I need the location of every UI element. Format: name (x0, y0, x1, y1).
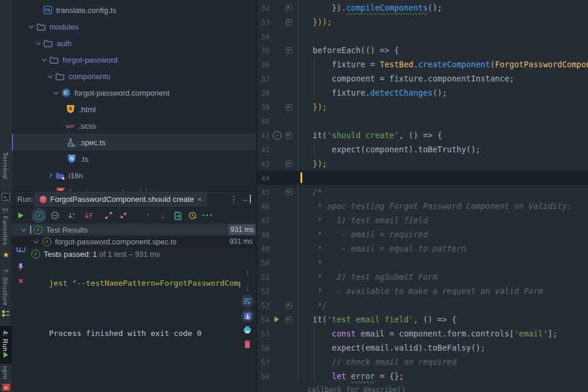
code-line-40[interactable]: 40 (257, 114, 588, 128)
more-options-icon[interactable]: ··· (201, 209, 214, 222)
close-panel-icon[interactable]: × (14, 275, 27, 288)
project-tree-item-auth[interactable]: auth (12, 35, 256, 51)
fold-marker-icon[interactable] (286, 104, 292, 110)
code-line-32[interactable]: 32 }).compileComponents(); (257, 1, 588, 15)
project-tree-item-forgot-password[interactable]: forgot-password (12, 51, 256, 68)
code-line-50[interactable]: 50 * (257, 256, 588, 270)
chevron-down-icon[interactable] (41, 57, 47, 63)
chevron-right-icon[interactable] (47, 172, 53, 178)
test-results-root-row[interactable]: ✓ Test Results 931 ms (12, 224, 256, 236)
code-line-34[interactable]: 34 (257, 29, 588, 43)
print-icon[interactable] (241, 323, 254, 336)
previous-failed-test-icon[interactable]: ↑ (142, 209, 155, 222)
project-tree-item-translate-config-ts[interactable]: TStranslate.config.ts (12, 2, 256, 18)
fold-marker-icon[interactable] (286, 316, 292, 323)
code-line-54[interactable]: 54 it('test email field', () => { (257, 312, 588, 326)
down-stacktrace-icon[interactable]: ↓ (241, 281, 254, 294)
chevron-down-icon[interactable] (28, 24, 34, 30)
next-failed-test-icon[interactable]: ↓ (156, 209, 169, 222)
tool-window-button-structure[interactable]: 7: Structure (2, 269, 9, 306)
project-tree-item--spec-ts[interactable]: TS.spec.ts (12, 134, 256, 151)
show-passed-toggle[interactable]: ✓ (32, 209, 45, 222)
project-tree-item-components[interactable]: components (12, 68, 256, 84)
code-line-48[interactable]: 48 * - email = required (257, 227, 588, 241)
code-line-38[interactable]: 38 fixture.detectChanges(); (257, 86, 588, 100)
show-ignored-toggle[interactable] (48, 209, 61, 222)
pin-tab-icon[interactable] (14, 260, 27, 273)
code-line-35[interactable]: 35 beforeEach(() => { (257, 43, 588, 57)
up-stacktrace-icon[interactable]: ↑ (241, 266, 254, 279)
npm-icon[interactable]: n (2, 383, 10, 391)
sort-alphabetically-icon[interactable]: az (66, 209, 79, 222)
code-line-44[interactable]: 44 (257, 171, 588, 185)
tool-window-stripe: Terminal>_2: Favorites★7: Structure4: Ru… (0, 0, 12, 392)
code-line-57[interactable]: 57 // check email on required (257, 355, 588, 369)
kebab-menu-icon[interactable]: ⋮ (230, 194, 238, 204)
project-tree-item-forgot-password-component[interactable]: Cforgot-password.component (12, 84, 256, 101)
chevron-down-icon[interactable] (53, 90, 59, 96)
code-line-41[interactable]: 41✓ it('should create', () => { (257, 128, 588, 142)
fold-marker-icon[interactable] (286, 47, 292, 54)
import-test-results-icon[interactable] (171, 209, 184, 222)
sort-by-duration-icon[interactable] (82, 209, 95, 222)
test-passed-gutter-icon[interactable]: ✓ (273, 131, 282, 140)
tool-window-button-favorites[interactable]: 2: Favorites (2, 208, 9, 245)
code-line-45[interactable]: 45 /* (257, 185, 588, 199)
clear-console-icon[interactable] (241, 338, 254, 351)
code-line-47[interactable]: 47 * 1) test email field (257, 213, 588, 227)
code-line-53[interactable]: 53 */ (257, 298, 588, 312)
favorites-icon[interactable]: ★ (2, 250, 10, 259)
project-tree-item--scss[interactable]: Sass.scss (12, 117, 256, 134)
code-line-42[interactable]: 42 expect(component).toBeTruthy(); (257, 142, 588, 156)
code-line-58[interactable]: 58 let error = {}; (257, 369, 588, 383)
project-tree-item--ts[interactable]: A.ts (12, 151, 256, 167)
project-tree-item-forgot-password-module-ts[interactable]: Aforgot-password.module.ts (12, 184, 256, 191)
code-line-39[interactable]: 39 }); (257, 100, 588, 114)
hide-panel-icon[interactable]: ← (242, 195, 251, 203)
run-tab[interactable]: ForgotPasswordComponent.should create × (34, 191, 207, 207)
code-line-52[interactable]: 52 * - available to make a request on va… (257, 284, 588, 298)
project-tree-item-modules[interactable]: modules (12, 18, 256, 35)
code-line-49[interactable]: 49 * - email = equal to pattern (257, 241, 588, 256)
chevron-down-icon[interactable] (35, 40, 41, 46)
fold-marker-icon[interactable] (286, 189, 292, 195)
project-tree-panel[interactable]: TStranslate.config.tsmodulesauthforgot-p… (12, 0, 256, 191)
tool-window-button-run[interactable]: 4: Run (2, 331, 9, 351)
run-console[interactable]: jest "--testNamePattern=ForgotPasswordCo… (49, 260, 240, 357)
tool-window-button-npm[interactable]: npm (2, 366, 9, 380)
terminal-icon[interactable]: >_ (2, 192, 10, 201)
fold-marker-icon[interactable] (286, 19, 292, 25)
code-line-36[interactable]: 36 fixture = TestBed.createComponent(For… (257, 57, 588, 71)
chevron-down-icon[interactable] (47, 73, 53, 79)
fold-marker-icon[interactable] (286, 132, 292, 139)
code-line-37[interactable]: 37 component = fixture.componentInstance… (257, 71, 588, 86)
code-line-43[interactable]: 43 }); (257, 156, 588, 171)
code-line-55[interactable]: 55 const email = component.form.controls… (257, 326, 588, 341)
run-test-gutter-icon[interactable] (275, 316, 279, 322)
scroll-to-end-icon[interactable] (241, 309, 254, 322)
html-icon: 5 (66, 104, 76, 114)
expand-all-icon[interactable] (102, 209, 115, 222)
test-history-icon[interactable] (187, 209, 200, 222)
code-line-33[interactable]: 33 })); (257, 15, 588, 29)
soft-wrap-icon[interactable] (241, 295, 254, 308)
tool-window-button-terminal[interactable]: Terminal (2, 152, 9, 179)
fold-marker-icon[interactable] (286, 302, 292, 309)
code-line-51[interactable]: 51 * 2) test ngSubmit Form (257, 270, 588, 284)
code-line-46[interactable]: 46 * spec testing Forgot Password Compon… (257, 199, 588, 213)
code-line-56[interactable]: 56 expect(email.valid).toBeFalsy(); (257, 341, 588, 355)
run-tab-close-icon[interactable]: × (198, 195, 202, 204)
chevron-down-icon[interactable] (21, 227, 27, 233)
chevron-down-icon[interactable] (33, 239, 39, 244)
project-tree-item-i18n[interactable]: ai18n (12, 167, 256, 184)
code-editor[interactable]: 32 }).compileComponents();33 }));3435 be… (256, 0, 588, 392)
fold-marker-icon[interactable] (286, 161, 292, 167)
rerun-button[interactable] (14, 209, 27, 222)
project-tree-item--html[interactable]: 5.html (12, 101, 256, 117)
fold-marker-icon[interactable] (286, 5, 292, 11)
structure-icon[interactable] (2, 309, 10, 318)
test-spec-row[interactable]: ✓ forgot-password.component.spec.ts 931 … (12, 236, 256, 247)
run-icon[interactable] (2, 351, 10, 359)
line-number: 41 (257, 131, 270, 140)
collapse-all-icon[interactable] (117, 209, 130, 222)
